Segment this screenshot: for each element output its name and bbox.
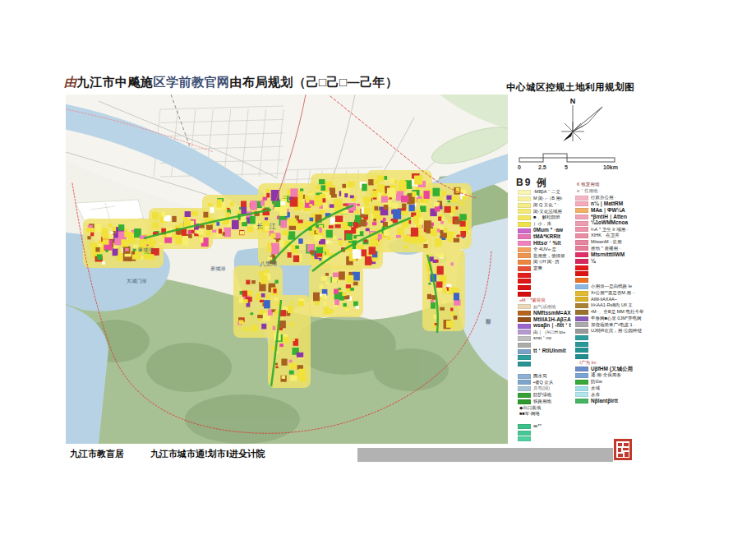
legend-swatch [575,399,588,404]
scale-labels: 02.5510km [518,164,618,170]
legend-row [518,343,571,348]
legend-label: Nβlantβlrtt [591,399,618,404]
legend-swatch [518,260,531,265]
footer-gray-bar [357,448,613,462]
legend-swatch [575,297,588,302]
legend-row: wsaβn｜-fitt＇t [518,323,571,328]
title-prefix: 由 [64,76,77,89]
scale-label: 5 [565,164,568,170]
legend-swatch [518,374,531,379]
title-part1: 九江市中飚施 [77,75,154,89]
legend-label: •者Q 众从 [533,380,553,385]
legend-label: UJ特R佐滨，用·公园种链 [591,329,642,334]
scale-label: 2.5 [538,164,546,170]
legend-spacer [518,418,571,424]
legend-label: Httsσ＇%lt [533,241,560,247]
legend-swatch [575,240,588,245]
legend-row: M 闵·.-（B 用t· [518,196,571,201]
legend-column-right: K 牧定用烟σ＇住用地 ·行政办公用 ·n¼｜MattRMMAa｜ΦW¼A*βm… [575,182,643,405]
legend-swatch [575,246,588,251]
legend-swatch [518,393,531,398]
legend-row: MAa｜ΦW¼A [575,208,643,213]
legend-swatch [518,215,531,220]
legend-row: 铁路用地 [518,399,571,404]
legend-label: 加货场简章广•电皮 1 · [591,323,635,328]
legend-label: 闵 Q 文化＂· [533,203,559,208]
legend-label: ）小．库 [533,222,551,227]
legend-swatch [518,424,531,429]
page-title: 由九江市中飚施区学前教官网由布局规划（己□己□—己年） [64,75,399,90]
legend-row: tMA*KRRlt [518,234,571,239]
legend-row [518,436,571,441]
legend-row: 闵-文化法域用 [518,209,571,214]
legend-label: 小用设—是由线路 Ie [591,284,632,289]
legend-row: 通·用·全保周各 [575,373,643,378]
legend-swatch [518,324,531,329]
legend-swatch [518,203,531,208]
legend-swatch [518,241,531,246]
legend-label: 水域 [591,386,600,391]
legend-label: 如气话用地 [533,305,556,310]
legend-label: n¼｜MattRM [591,201,623,207]
legend-label: 通·用·全保周各 [591,373,621,378]
legend-row [518,279,571,284]
legend-swatch [575,252,588,257]
legend-label: XIHK 在卫宾 [591,233,620,238]
legend-label: *βmtiH｜Atten [591,214,627,220]
legend-swatch [518,355,531,360]
legend-swatch [575,196,588,201]
legend-row [518,362,571,367]
legend-label: NMftssmM=AX [533,311,571,316]
legend-label: MitswnM - 史用 [591,240,622,245]
map-label: 八里湖 [260,261,277,267]
legend-row [518,355,571,360]
legend-swatch [575,310,588,315]
legend-swatch [575,392,588,397]
north-label: N [570,97,576,105]
title-part2: 区学前教官网 [154,75,230,89]
legend-row: UJ特R佐滨，用·公园种链 [575,329,643,334]
legend-row: ¼1oWMMcnoa [575,220,643,225]
legend-swatch [518,266,531,271]
legend-swatch [575,227,588,232]
map-label: 大城门湖 [127,278,146,284]
legend-row: ）小．库 [518,222,571,227]
legend-swatch [575,284,588,289]
legend-row: *βmtiH｜Atten [575,214,643,219]
legend-row [518,273,571,278]
legend-swatch [518,311,531,316]
legend-row: ¼A＂卫生 Ir 域用 · [575,227,643,232]
legend-label: -M8βA＇二爻 [533,190,560,195]
legend-row: aε** [518,424,571,429]
legend-label: UβfHM (又城公用 [591,367,633,372]
legend-swatch [575,221,588,226]
legend-row: ◆出口装填 [518,405,571,410]
legend-label: 批用意，值得圾 [533,254,565,259]
legend-row: σ＇住用地 · [575,189,643,194]
legend-label: 水库 [591,393,600,398]
legend-swatch [518,222,531,227]
map-label: 长 江 [256,223,276,230]
legend-swatch [575,265,588,270]
legend-swatch [518,349,531,354]
legend-row [518,292,571,297]
legend-label: MtlilA1H-AβΞA [533,317,571,323]
legend-label: aε** [533,424,542,429]
legend-label: ◆出口装填 [519,406,541,411]
legend-row: · Ⅰ广为 Im [575,361,643,366]
legend-swatch [575,354,588,359]
compass-needle-light [573,107,602,131]
legend-swatch [575,291,588,296]
legend-label: MAa｜ΦW¼A [591,208,625,214]
footer-org-planning-institute: 九江市城市通!划市Ⅰ进殳计院 [150,448,265,460]
legend-swatch [518,362,531,367]
legend-swatch [575,271,588,276]
legend-swatch [518,336,531,341]
legend-swatch [518,380,531,385]
legend-swatch [575,386,588,391]
legend-label: 0Mum＂·aw [533,228,563,233]
legend-swatch [518,330,531,334]
scale-bar: 02.5510km [516,150,623,172]
legend-row: X•公用**需是否M.用 ·· [575,290,643,295]
legend-swatch [575,335,588,340]
